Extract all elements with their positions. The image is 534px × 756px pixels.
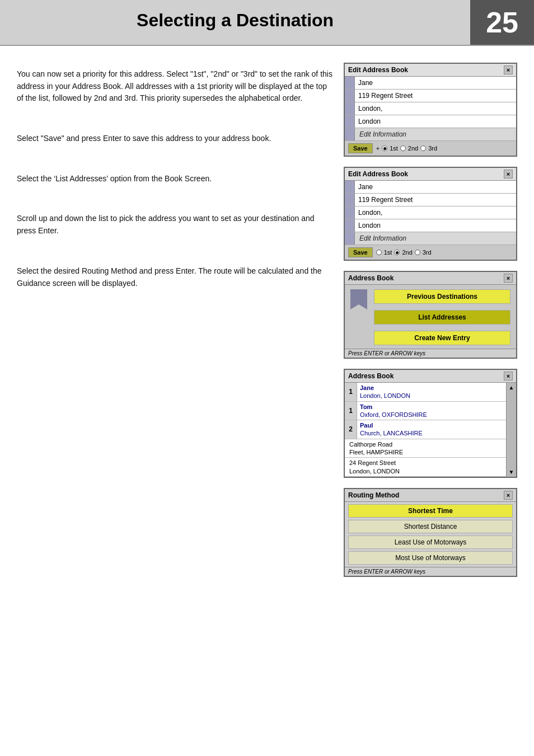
address-list-item-regent[interactable]: 24 Regent Street London, LONDON: [345, 458, 506, 477]
page-number: 25: [470, 0, 534, 45]
radio-3rd-2[interactable]: [415, 250, 420, 255]
radio-3rd-1[interactable]: [420, 145, 426, 151]
radio-1st-2[interactable]: [376, 250, 382, 255]
addr-name-calthorpe: Calthorpe Road: [349, 440, 503, 448]
right-column: Edit Address Book × Jane 119 Regent Stre…: [344, 63, 517, 577]
address-row-jane-2: Jane: [345, 181, 516, 194]
address-list-item-tom[interactable]: 1 Tom Oxford, OXFORDSHIRE: [345, 402, 506, 421]
addr-city-calthorpe: Fleet, HAMPSHIRE: [349, 448, 503, 456]
address-list-title: Address Book: [348, 372, 394, 380]
routing-method-close-button[interactable]: ×: [504, 491, 513, 500]
addr-name-paul: Paul: [360, 421, 503, 429]
edit-address-book-2-titlebar: Edit Address Book ×: [345, 168, 516, 181]
edit-address-book-1-title: Edit Address Book: [348, 66, 408, 74]
address-list-close-button[interactable]: ×: [504, 372, 513, 381]
page-header: Selecting a Destination 25: [0, 0, 534, 46]
row-text-jane-1: Jane: [355, 77, 516, 88]
row-text-london-comma-1: London,: [355, 103, 516, 114]
address-row-street-2: 119 Regent Street: [345, 194, 516, 206]
address-row-london-comma-2: London,: [345, 206, 516, 219]
radio-1st-label-1: 1st: [390, 145, 398, 152]
address-list-body: 1 Jane London, LONDON 1 Tom Oxford, OXFO…: [345, 383, 516, 477]
create-new-entry-item[interactable]: Create New Entry: [374, 331, 510, 345]
text-section-2: Select "Save" and press Enter to save th…: [17, 127, 332, 167]
save-bar-2: Save 1st 2nd 3rd: [345, 245, 516, 260]
routing-most-motorways[interactable]: Most Use of Motorways: [348, 551, 513, 565]
routing-shortest-time[interactable]: Shortest Time: [348, 504, 513, 518]
edit-address-book-2-close-button[interactable]: ×: [504, 170, 513, 179]
address-book-menu-title: Address Book: [348, 274, 394, 282]
radio-2nd-label-2: 2nd: [402, 249, 412, 256]
address-book-menu-close-button[interactable]: ×: [504, 274, 513, 283]
row-icon-london-comma-2: [345, 206, 355, 219]
edit-address-book-1-close-button[interactable]: ×: [504, 65, 513, 74]
address-row-london-comma-1: London,: [345, 102, 516, 115]
row-icon-london-comma-1: [345, 102, 355, 115]
save-button-2[interactable]: Save: [348, 247, 373, 257]
radio-2nd-label-1: 2nd: [408, 145, 418, 152]
row-text-street-1: 119 Regent Street: [355, 90, 516, 101]
main-content: You can now set a priority for this addr…: [0, 63, 534, 577]
address-list-item-calthorpe[interactable]: Calthorpe Road Fleet, HAMPSHIRE: [345, 439, 506, 458]
scroll-up-button[interactable]: ▲: [507, 383, 516, 392]
list-addresses-item[interactable]: List Addresses: [374, 310, 510, 325]
address-list-titlebar: Address Book ×: [345, 370, 516, 383]
addr-text-calthorpe: Calthorpe Road Fleet, HAMPSHIRE: [345, 439, 506, 458]
addr-num-3: 2: [345, 420, 357, 439]
row-text-london-2: London: [355, 220, 516, 231]
addr-name-jane: Jane: [360, 384, 503, 392]
addr-text-tom: Tom Oxford, OXFORDSHIRE: [357, 402, 506, 420]
address-row-street-1: 119 Regent Street: [345, 90, 516, 102]
address-book-menu-panel: Address Book × Previous Destinations Lis…: [344, 271, 517, 359]
edit-address-book-1-titlebar: Edit Address Book ×: [345, 64, 516, 77]
text-section-3: Select the ‘List Addresses’ option from …: [17, 167, 332, 208]
addr-num-2: 1: [345, 402, 357, 420]
address-book-menu-titlebar: Address Book ×: [345, 272, 516, 285]
address-row-london-2: London: [345, 219, 516, 232]
save-button-1[interactable]: Save: [348, 143, 373, 153]
edit-address-book-2-title: Edit Address Book: [348, 170, 408, 178]
radio-1st-1[interactable]: [382, 145, 387, 151]
addr-city-jane: London, LONDON: [360, 392, 503, 400]
addr-name-tom: Tom: [360, 403, 503, 411]
radio-2nd-2[interactable]: [394, 250, 400, 255]
row-icon-london-1: [345, 115, 355, 128]
row-text-jane-2: Jane: [355, 181, 516, 192]
plus-symbol-1: +: [376, 145, 380, 152]
edit-address-book-panel-1: Edit Address Book × Jane 119 Regent Stre…: [344, 63, 517, 157]
address-list-item-jane[interactable]: 1 Jane London, LONDON: [345, 383, 506, 402]
address-list-item-paul[interactable]: 2 Paul Church, LANCASHIRE: [345, 420, 506, 439]
bookmark-icon: [350, 289, 367, 309]
edit-info-label-2: Edit Information: [355, 233, 411, 244]
addr-city-regent: London, LONDON: [349, 467, 503, 475]
save-bar-1: Save + 1st 2nd 3rd: [345, 141, 516, 156]
address-row-jane-1: Jane: [345, 77, 516, 90]
edit-info-icon-1: [345, 128, 355, 140]
routing-method-titlebar: Routing Method ×: [345, 489, 516, 502]
addr-text-jane: Jane London, LONDON: [357, 383, 506, 401]
addr-text-paul: Paul Church, LANCASHIRE: [357, 420, 506, 439]
addr-text-regent: 24 Regent Street London, LONDON: [345, 458, 506, 476]
routing-shortest-distance[interactable]: Shortest Distance: [348, 520, 513, 533]
routing-method-panel: Routing Method × Shortest Time Shortest …: [344, 488, 517, 577]
radio-2nd-1[interactable]: [400, 145, 406, 151]
row-text-london-1: London: [355, 116, 516, 127]
previous-destinations-item[interactable]: Previous Destinations: [374, 289, 510, 304]
addr-name-regent: 24 Regent Street: [349, 459, 503, 467]
radio-1st-label-2: 1st: [384, 249, 392, 256]
left-column: You can now set a priority for this addr…: [17, 63, 332, 577]
edit-info-row-1: Edit Information: [345, 128, 516, 141]
edit-info-row-2: Edit Information: [345, 232, 516, 245]
priority-group-2: 1st 2nd 3rd: [376, 249, 432, 256]
text-section-1: You can now set a priority for this addr…: [17, 63, 332, 127]
address-list-scrollbar: ▲ ▼: [506, 383, 516, 477]
edit-info-icon-2: [345, 232, 355, 245]
row-icon-london-2: [345, 219, 355, 232]
row-text-street-2: 119 Regent Street: [355, 194, 516, 205]
addr-city-paul: Church, LANCASHIRE: [360, 429, 503, 437]
address-row-london-1: London: [345, 115, 516, 128]
address-list-entries: 1 Jane London, LONDON 1 Tom Oxford, OXFO…: [345, 383, 506, 477]
scroll-down-button[interactable]: ▼: [507, 467, 516, 477]
routing-method-status: Press ENTER or ARROW keys: [345, 567, 516, 576]
routing-least-motorways[interactable]: Least Use of Motorways: [348, 536, 513, 549]
